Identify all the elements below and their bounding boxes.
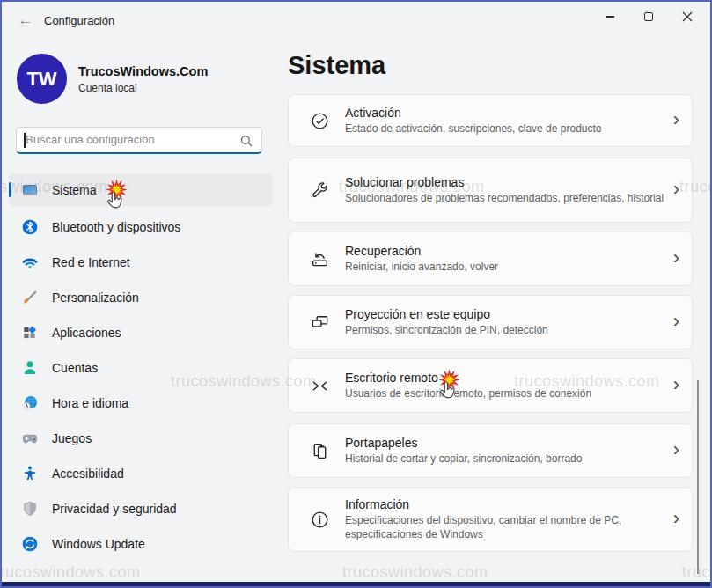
personalization-brush-icon — [21, 289, 39, 306]
sidebar-item-windows-update[interactable]: Windows Update — [9, 527, 273, 560]
sidebar-item-cuentas[interactable]: Cuentas — [9, 351, 273, 384]
card-title: Activación — [345, 106, 602, 120]
search-icon — [239, 133, 254, 149]
troubleshoot-wrench-icon — [308, 180, 331, 201]
apps-icon — [21, 324, 39, 342]
chevron-right-icon: › — [673, 440, 679, 462]
text-caret — [24, 133, 26, 148]
info-icon — [308, 510, 331, 530]
bluetooth-icon — [21, 218, 39, 236]
sidebar-item-aplicaciones[interactable]: Aplicaciones — [9, 316, 273, 349]
settings-window: ← Configuración TW TrucosWindows.Com Cue… — [0, 0, 712, 588]
card-subtitle: Estado de activación, suscripciones, cla… — [345, 121, 602, 136]
privacy-shield-icon — [21, 500, 39, 518]
card-recuperacion[interactable]: Recuperación Reiniciar, inicio avanzado,… — [288, 232, 693, 286]
selected-accent-bar — [9, 182, 11, 197]
scrollbar-thumb[interactable] — [697, 380, 699, 574]
account-name: TrucosWindows.Com — [78, 64, 208, 78]
chevron-right-icon: › — [673, 248, 679, 270]
chevron-right-icon: › — [673, 312, 679, 334]
card-portapapeles[interactable]: Portapapeles Historial de cortar y copia… — [288, 423, 693, 478]
card-solucionar-problemas[interactable]: Solucionar problemas Solucionadores de p… — [288, 158, 693, 223]
card-title: Información — [345, 497, 671, 511]
remote-desktop-icon — [308, 376, 331, 396]
search-input[interactable] — [17, 128, 261, 152]
card-subtitle: Permisos, sincronización de PIN, detecci… — [345, 323, 548, 337]
chevron-right-icon: › — [673, 509, 679, 531]
search-box — [16, 127, 262, 154]
sidebar-item-bluetooth[interactable]: Bluetooth y dispositivos — [9, 210, 273, 243]
minimize-button[interactable] — [591, 4, 629, 30]
projection-icon — [308, 312, 331, 333]
card-title: Portapapeles — [345, 436, 582, 450]
card-subtitle: Solucionadores de problemas recomendados… — [345, 191, 664, 205]
sidebar-item-sistema[interactable]: Sistema — [9, 173, 273, 206]
card-title: Recuperación — [345, 244, 498, 258]
time-language-icon — [21, 394, 39, 412]
avatar-initials: TW — [26, 68, 56, 91]
window-title: Configuración — [44, 14, 114, 27]
sidebar-item-accesibilidad[interactable]: Accesibilidad — [9, 457, 273, 489]
sidebar-item-label: Aplicaciones — [52, 326, 121, 340]
window-bottom-border — [2, 582, 710, 586]
accounts-icon — [21, 359, 39, 377]
sidebar-item-label: Sistema — [52, 183, 97, 197]
page-title: Sistema — [288, 51, 385, 80]
title-bar: ← Configuración — [2, 2, 710, 39]
clipboard-icon — [308, 441, 331, 461]
accessibility-icon — [21, 465, 39, 482]
system-laptop-icon — [21, 181, 39, 199]
watermark-text: trucoswindows.com — [0, 563, 141, 582]
minimize-icon — [606, 16, 614, 17]
maximize-icon — [644, 12, 653, 21]
back-button[interactable]: ← — [12, 10, 39, 31]
sidebar-item-hora-e-idioma[interactable]: Hora e idioma — [9, 386, 273, 419]
sidebar-item-label: Juegos — [52, 431, 92, 445]
card-subtitle: Reiniciar, inicio avanzado, volver — [345, 260, 498, 274]
gaming-icon — [21, 430, 39, 447]
account-type: Cuenta local — [78, 82, 137, 94]
sidebar-item-label: Red e Internet — [52, 255, 130, 269]
chevron-right-icon: › — [673, 110, 679, 132]
card-title: Proyección en este equipo — [345, 307, 548, 321]
card-escritorio-remoto[interactable]: Escritorio remoto Usuarios de escritorio… — [288, 358, 693, 413]
sidebar-item-personalizacion[interactable]: Personalización — [9, 281, 273, 313]
maximize-button[interactable] — [629, 4, 668, 30]
card-proyeccion[interactable]: Proyección en este equipo Permisos, sinc… — [288, 295, 693, 349]
sidebar-item-label: Privacidad y seguridad — [52, 502, 177, 516]
card-title: Solucionar problemas — [345, 175, 664, 189]
activation-check-icon — [308, 111, 331, 131]
chevron-right-icon: › — [673, 375, 679, 397]
sidebar-item-juegos[interactable]: Juegos — [9, 422, 273, 454]
sidebar-item-label: Cuentas — [52, 361, 98, 375]
card-subtitle: Especificaciones del dispositivo, cambia… — [345, 513, 671, 541]
watermark-text: trucoswindows.com — [342, 563, 488, 582]
close-button[interactable] — [668, 4, 707, 30]
avatar[interactable]: TW — [17, 54, 67, 104]
card-informacion[interactable]: Información Especificaciones del disposi… — [288, 487, 693, 552]
sidebar-item-label: Windows Update — [52, 537, 145, 551]
sidebar-item-label: Bluetooth y dispositivos — [52, 220, 180, 234]
recovery-icon — [308, 249, 331, 269]
windows-update-icon — [21, 535, 39, 553]
sidebar-item-label: Hora e idioma — [52, 396, 128, 410]
card-activacion[interactable]: Activación Estado de activación, suscrip… — [288, 94, 693, 147]
sidebar-item-label: Accesibilidad — [52, 467, 124, 481]
chevron-right-icon: › — [673, 180, 679, 202]
sidebar-item-privacidad[interactable]: Privacidad y seguridad — [9, 492, 273, 525]
network-wifi-icon — [21, 254, 39, 271]
card-subtitle: Usuarios de escritorio remoto, permisos … — [345, 386, 591, 401]
card-subtitle: Historial de cortar y copiar, sincroniza… — [345, 452, 582, 466]
sidebar-item-red-e-internet[interactable]: Red e Internet — [9, 246, 273, 278]
sidebar-item-label: Personalización — [52, 290, 139, 305]
close-icon — [682, 11, 693, 22]
card-title: Escritorio remoto — [345, 371, 591, 385]
